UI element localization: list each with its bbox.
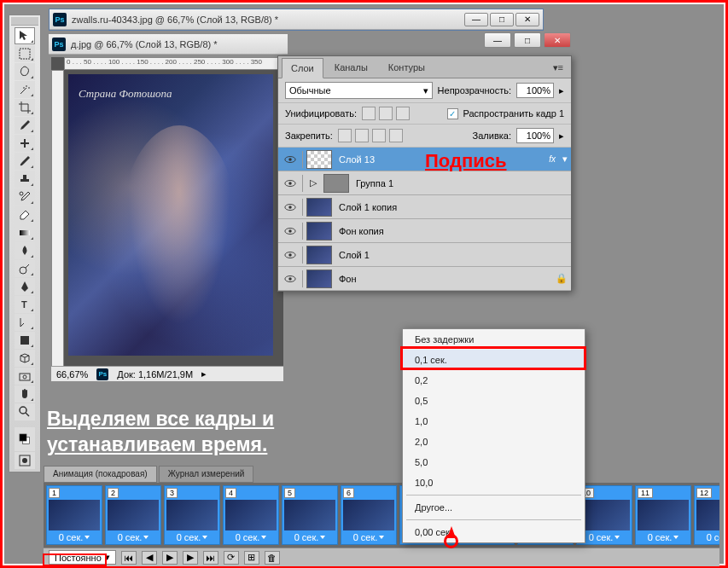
healing-tool[interactable] xyxy=(15,135,35,152)
doc2-titlebar[interactable]: Ps д.jpg @ 66,7% (Слой 13, RGB/8) * xyxy=(49,34,288,55)
new-frame-button[interactable]: ⊞ xyxy=(244,551,259,565)
zoom-tool[interactable] xyxy=(15,403,35,420)
visibility-toggle[interactable] xyxy=(282,270,299,287)
first-frame-button[interactable]: ⏮ xyxy=(121,551,137,565)
panel-menu-icon[interactable]: ▾≡ xyxy=(547,58,569,78)
prev-frame-button[interactable]: ◀ xyxy=(142,551,157,565)
tab-channels[interactable]: Каналы xyxy=(325,57,377,78)
layer-row[interactable]: Фон 🔒 xyxy=(278,267,571,291)
eraser-tool[interactable] xyxy=(15,206,35,223)
minimize-button[interactable]: — xyxy=(464,13,488,26)
brush-tool[interactable] xyxy=(15,153,35,170)
pen-tool[interactable] xyxy=(15,278,35,295)
visibility-toggle[interactable] xyxy=(282,199,299,216)
unify-style-icon[interactable] xyxy=(396,107,410,120)
blend-mode-dropdown[interactable]: Обычные▾ xyxy=(285,82,433,99)
delay-option[interactable]: 1,0 xyxy=(403,411,585,432)
tab-measurement-log[interactable]: Журнал измерений xyxy=(159,466,254,483)
animation-frame[interactable]: 2 0 сек. xyxy=(105,485,161,545)
frame-delay-button[interactable]: 0 сек. xyxy=(707,532,719,542)
3d-tool[interactable] xyxy=(15,350,35,367)
tab-animation[interactable]: Анимация (покадровая) xyxy=(44,466,157,483)
layer-row[interactable]: Слой 1 копия xyxy=(278,195,571,219)
lock-all-icon[interactable] xyxy=(389,129,403,142)
layer-row[interactable]: Фон копия xyxy=(278,219,571,243)
fg-bg-colors[interactable] xyxy=(15,427,35,451)
path-tool[interactable] xyxy=(15,314,35,331)
zoom-level[interactable]: 66,67% xyxy=(56,369,88,380)
camera-tool[interactable] xyxy=(15,368,35,385)
animation-frame[interactable]: 5 0 сек. xyxy=(282,485,338,545)
blur-tool[interactable] xyxy=(15,242,35,259)
gradient-tool[interactable] xyxy=(15,224,35,241)
propagate-checkbox[interactable]: ✓ xyxy=(447,108,458,119)
unify-position-icon[interactable] xyxy=(362,107,376,120)
layer-name[interactable]: Группа 1 xyxy=(352,178,568,188)
delay-option[interactable]: 0,2 xyxy=(403,370,585,391)
quick-mask-toggle[interactable] xyxy=(15,452,35,469)
dodge-tool[interactable] xyxy=(15,260,35,277)
opacity-arrow-icon[interactable]: ▸ xyxy=(559,85,564,96)
document-canvas[interactable]: Страна Фотошопа xyxy=(68,74,273,356)
animation-frame[interactable]: 1 0 сек. xyxy=(46,485,102,545)
delay-option[interactable]: 10,0 xyxy=(403,472,585,493)
panel-maximize-button[interactable]: □ xyxy=(514,32,541,48)
maximize-button[interactable]: □ xyxy=(490,13,514,26)
delay-option[interactable]: 2,0 xyxy=(403,432,585,452)
frame-delay-button[interactable]: 0 сек. xyxy=(648,532,679,542)
unify-visibility-icon[interactable] xyxy=(379,107,393,120)
info-arrow-icon[interactable]: ▸ xyxy=(201,368,207,380)
lock-position-icon[interactable] xyxy=(372,129,386,142)
type-tool[interactable]: T xyxy=(15,296,35,313)
layer-name[interactable]: Слой 1 xyxy=(335,250,568,260)
folder-expand-icon[interactable]: ▷ xyxy=(310,177,317,188)
lock-pixels-icon[interactable] xyxy=(355,129,369,142)
frame-delay-button[interactable]: 0 сек. xyxy=(294,532,326,542)
frame-delay-button[interactable]: 0 сек. xyxy=(118,532,149,542)
delay-option[interactable]: 0,5 xyxy=(403,391,585,411)
stamp-tool[interactable] xyxy=(15,171,35,188)
tab-layers[interactable]: Слои xyxy=(282,58,323,78)
layer-name[interactable]: Фон xyxy=(335,274,552,284)
last-frame-button[interactable]: ⏭ xyxy=(203,551,218,565)
fill-arrow-icon[interactable]: ▸ xyxy=(559,130,564,142)
main-titlebar[interactable]: Ps zwalls.ru-40343.jpg @ 66,7% (Слой 13,… xyxy=(50,9,543,30)
eyedropper-tool[interactable] xyxy=(15,117,35,134)
delay-option[interactable]: 5,0 xyxy=(403,452,585,472)
move-tool[interactable] xyxy=(15,27,35,44)
animation-frame[interactable]: 11 0 сек. xyxy=(635,485,691,545)
panel-minimize-button[interactable]: — xyxy=(484,32,511,48)
frame-delay-button[interactable]: 0 сек. xyxy=(59,532,90,542)
panel-close-button[interactable]: ✕ xyxy=(544,32,571,48)
opacity-input[interactable]: 100% xyxy=(516,83,554,98)
animation-frame[interactable]: 12 0 сек. xyxy=(694,485,719,545)
layer-name[interactable]: Слой 1 копия xyxy=(335,202,568,212)
hand-tool[interactable] xyxy=(15,385,35,403)
visibility-toggle[interactable] xyxy=(282,246,299,264)
frame-delay-button[interactable]: 0 сек. xyxy=(353,532,385,542)
animation-frame[interactable]: 4 0 сек. xyxy=(223,485,279,545)
play-button[interactable]: ▶ xyxy=(162,551,178,565)
fill-input[interactable]: 100% xyxy=(516,128,554,143)
layer-row[interactable]: ▷ Группа 1 xyxy=(278,171,571,195)
frame-delay-button[interactable]: 0 сек. xyxy=(236,532,267,542)
visibility-toggle[interactable] xyxy=(282,151,299,168)
layer-name[interactable]: Фон копия xyxy=(335,226,568,236)
frame-delay-button[interactable]: 0 сек. xyxy=(589,532,620,542)
next-frame-button[interactable]: ▶ xyxy=(183,551,198,565)
visibility-toggle[interactable] xyxy=(282,223,299,240)
animation-frame[interactable]: 3 0 сек. xyxy=(164,485,220,545)
delay-current[interactable]: 0,00 сек. xyxy=(403,522,585,542)
tween-button[interactable]: ⟳ xyxy=(224,551,239,565)
layer-row[interactable]: Слой 1 xyxy=(278,243,571,267)
lock-transparency-icon[interactable] xyxy=(338,129,352,142)
window-close-button[interactable]: ✕ xyxy=(515,13,539,26)
visibility-toggle[interactable] xyxy=(282,175,299,192)
marquee-tool[interactable] xyxy=(15,45,35,62)
chevron-down-icon[interactable]: ▾ xyxy=(562,154,568,165)
lasso-tool[interactable] xyxy=(15,63,35,80)
tab-paths[interactable]: Контуры xyxy=(379,57,434,78)
shape-tool[interactable] xyxy=(15,332,35,349)
delay-other[interactable]: Другое... xyxy=(403,497,585,518)
wand-tool[interactable] xyxy=(15,81,35,98)
